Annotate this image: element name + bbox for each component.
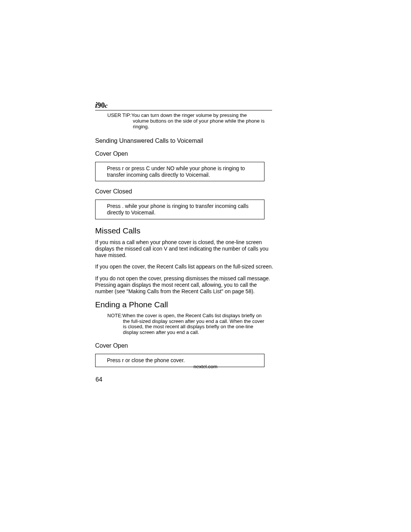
note-block: NOTE:When the cover is open, the Recent … [107, 313, 301, 336]
para3-part-b: "Making Calls from the Recent Calls List… [126, 288, 251, 294]
para2-part-c: list appears on the full-sized screen. [186, 264, 273, 270]
model-suffix: c [105, 102, 108, 109]
instruction-box-cover-open-1: Press r or press C under NO while your p… [95, 162, 264, 182]
note-line2: the full-sized display screen after you … [123, 319, 301, 324]
tip-text-line3: ringing. [133, 124, 301, 130]
section-sending-calls-title: Sending Unanswered Calls to Voicemail [95, 137, 301, 144]
sub-cover-closed: Cover Closed [95, 188, 301, 195]
para2-part-b: Recent Calls [156, 264, 186, 270]
model-number: 90 [97, 101, 105, 109]
page-number: 64 [96, 376, 102, 383]
instruction-box-cover-closed: Press . while your phone is ringing to t… [95, 200, 264, 219]
missed-calls-para2: If you open the cover, the Recent Calls … [95, 264, 274, 270]
tip-label: USER TIP: [107, 112, 131, 118]
note-line4: display screen after you end a call. [123, 330, 301, 335]
heading-ending-call: Ending a Phone Call [95, 300, 301, 309]
para2-part-a: If you open the cover, the [95, 264, 156, 270]
missed-calls-para1: If you miss a call when your phone cover… [95, 239, 274, 258]
note-label: NOTE: [107, 313, 123, 318]
note-line1: When the cover is open, the Recent Calls… [123, 313, 262, 318]
sub-cover-open-2: Cover Open [95, 342, 301, 349]
para3-part-c: ). [252, 288, 255, 294]
header-model: i90c [95, 101, 272, 110]
user-tip-block: USER TIP:You can turn down the ringer vo… [107, 113, 301, 130]
footer-domain: nextel.com [0, 364, 411, 369]
heading-missed-calls: Missed Calls [95, 226, 301, 235]
page-content: i90c USER TIP:You can turn down the ring… [95, 101, 301, 374]
missed-calls-para3: If you do not open the cover, pressing d… [95, 275, 274, 294]
tip-text-line2: volume buttons on the side of your phone… [133, 118, 301, 124]
note-line3: is closed, the most recent all displays … [123, 324, 301, 330]
tip-text-line1: You can turn down the ringer volume by p… [131, 112, 247, 118]
sub-cover-open-1: Cover Open [95, 150, 301, 157]
